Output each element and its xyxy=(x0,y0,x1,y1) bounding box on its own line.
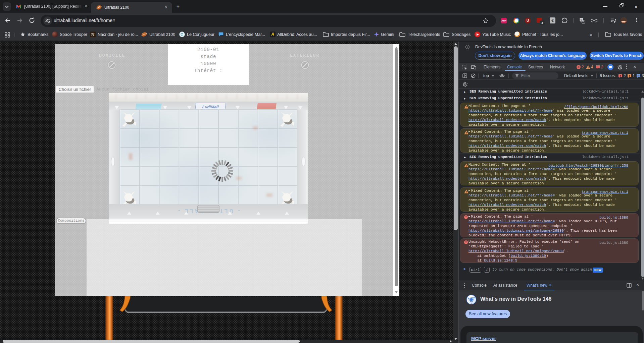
svg-text:G: G xyxy=(581,18,583,21)
